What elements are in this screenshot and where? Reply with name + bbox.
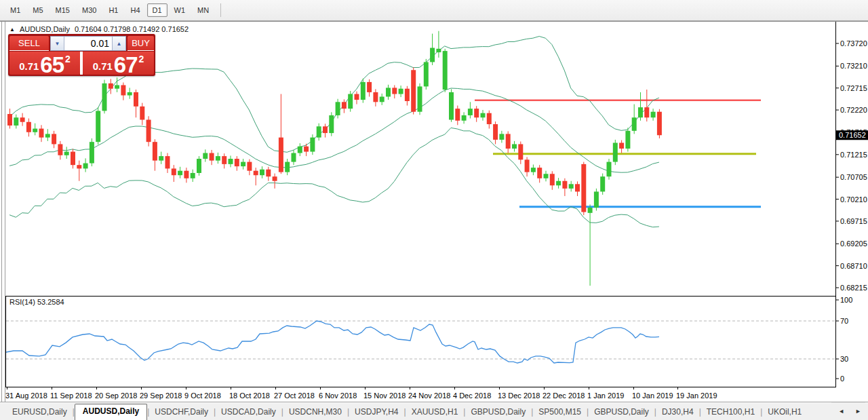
candle-body [449, 92, 454, 120]
sell-price-panel[interactable]: 0.71 65 2 [9, 52, 80, 75]
timeframe-button-w1[interactable]: W1 [169, 3, 191, 17]
candle-body [172, 168, 176, 175]
candle-body [569, 184, 574, 189]
tab-xauusd-h1[interactable]: XAUUSD,H1 [406, 405, 464, 420]
tab-usdchf-daily[interactable]: USDCHF,Daily [149, 405, 214, 420]
candle-body [392, 88, 397, 94]
candle-body [235, 159, 239, 166]
sell-button[interactable]: SELL [9, 36, 49, 51]
candle-body [26, 122, 31, 132]
candle-body [310, 138, 315, 152]
candle-body [285, 162, 290, 172]
tab-usdjpy-h4[interactable]: USDJPY,H4 [349, 405, 403, 420]
candle-body [134, 92, 138, 107]
tab-scroll-arrows: ◄ ► [831, 402, 865, 420]
volume-increase-icon[interactable]: ▲ [112, 37, 125, 50]
tab-audusd-daily[interactable]: AUDUSD,Daily [75, 404, 147, 420]
price-tick-label: 0.72220 [840, 106, 867, 114]
candle-body [20, 117, 25, 122]
date-label: 9 Oct 2018 [184, 392, 221, 400]
timeframe-button-mn[interactable]: MN [192, 3, 214, 17]
date-label: 4 Dec 2018 [453, 392, 491, 400]
candle-body [367, 82, 372, 92]
volume-value[interactable]: 0.01 [64, 37, 112, 50]
timeframe-button-m15[interactable]: M15 [50, 3, 75, 17]
candle-body [165, 156, 170, 168]
rsi-tick-label: 0 [840, 375, 844, 383]
candle-body [153, 142, 157, 160]
candle-body [33, 129, 37, 132]
candle-body [108, 83, 113, 89]
price-tick-label: 0.69715 [840, 217, 867, 225]
candle-body [537, 168, 542, 178]
candle-body [575, 184, 580, 191]
tab-sp500-m15[interactable]: SP500,M15 [533, 405, 587, 420]
candle-body [191, 173, 195, 178]
timeframe-button-h4[interactable]: H4 [125, 3, 145, 17]
buy-price-pips: 67 [114, 55, 138, 75]
rsi-indicator-label: RSI(14) 53.2584 [9, 298, 64, 306]
candle-body [77, 165, 81, 168]
candle-body [462, 115, 467, 121]
candle-body [64, 152, 69, 155]
candle-body [279, 138, 283, 172]
candle-body [436, 49, 441, 52]
buy-price-prefix: 0.71 [93, 60, 113, 72]
candle-body [361, 82, 366, 100]
candle-body [399, 89, 403, 94]
date-label: 20 Sep 2018 [95, 392, 137, 400]
chart-background [0, 21, 868, 402]
candle-body [506, 134, 511, 149]
candle-body [210, 153, 214, 161]
buy-price-panel[interactable]: 0.71 67 2 [83, 52, 154, 75]
timeframe-button-m30[interactable]: M30 [77, 3, 102, 17]
tab-gbpusd-daily[interactable]: GBPUSD,Daily [465, 405, 531, 420]
candle-body [430, 48, 435, 62]
candle-body [159, 156, 163, 161]
volume-stepper: ▼ 0.01 ▲ [50, 36, 126, 51]
tab-ukoil-h1[interactable]: UKOil,H1 [762, 405, 807, 420]
tab-scroll-right-icon[interactable]: ► [855, 408, 861, 415]
price-tick-label: 0.72715 [840, 84, 867, 92]
chart-symbol-label: AUDUSD,Daily [20, 25, 70, 33]
timeframe-button-h1[interactable]: H1 [103, 3, 123, 17]
candle-body [418, 86, 422, 111]
sell-price-pips: 65 [40, 55, 64, 75]
timeframe-button-m1[interactable]: M1 [5, 3, 26, 17]
candle-body [178, 171, 182, 176]
candle-body [184, 171, 189, 178]
candle-body [607, 162, 612, 177]
date-label: 18 Oct 2018 [229, 392, 270, 400]
date-label: 6 Nov 2018 [319, 392, 357, 400]
tab-scroll-left-icon[interactable]: ◄ [838, 408, 844, 415]
tab-gbpusd-daily[interactable]: GBPUSD,Daily [589, 405, 654, 420]
tab-eurusd-daily[interactable]: EURUSD,Daily [7, 405, 73, 420]
candle-body [487, 113, 492, 124]
candle-body [254, 171, 258, 176]
date-label: 19 Jan 2019 [676, 392, 717, 400]
tab-tech100-h1[interactable]: TECH100,H1 [701, 405, 760, 420]
candle-body [405, 89, 410, 101]
candle-body [644, 107, 649, 117]
tab-dj30-h4[interactable]: DJ30,H4 [656, 405, 699, 420]
candle-body [323, 126, 328, 133]
date-label: 27 Oct 2018 [274, 392, 315, 400]
chart-svg[interactable]: 0.737200.732100.727150.722200.717150.712… [0, 21, 868, 402]
candle-body [550, 174, 555, 185]
candle-body [625, 131, 630, 149]
candle-body [317, 126, 321, 137]
tab-usdcnh-m30[interactable]: USDCNH,M30 [283, 405, 347, 420]
buy-button[interactable]: BUY [127, 36, 154, 51]
candle-body [411, 70, 416, 111]
timeframe-button-d1[interactable]: D1 [147, 3, 167, 17]
symbol-arrow-icon: ▲ [9, 26, 15, 33]
candle-body [7, 114, 12, 126]
candle-body [102, 83, 107, 111]
timeframe-button-m5[interactable]: M5 [27, 3, 48, 17]
candle-body [619, 142, 624, 149]
volume-decrease-icon[interactable]: ▼ [51, 37, 64, 50]
sell-price-point: 2 [65, 54, 71, 64]
tab-usdcad-daily[interactable]: USDCAD,Daily [216, 405, 281, 420]
candle-body [140, 107, 144, 120]
candle-body [260, 170, 264, 176]
